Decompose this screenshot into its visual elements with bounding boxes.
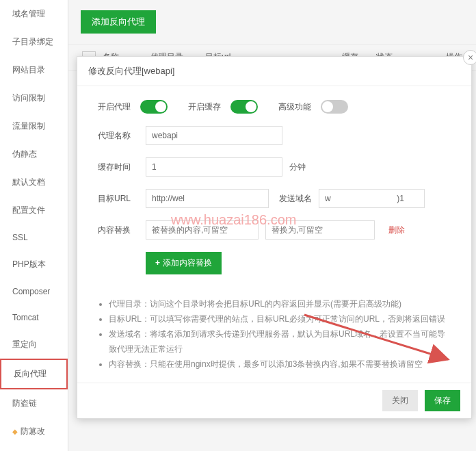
proxy-toggle-label: 开启代理 [98,101,131,113]
add-proxy-button[interactable]: 添加反向代理 [81,10,156,34]
proxy-toggle[interactable] [140,100,168,114]
cache-toggle[interactable] [230,100,258,114]
add-replace-button[interactable]: +添加内容替换 [146,252,222,274]
delete-replace-button[interactable]: 删除 [388,224,405,236]
sidebar-item-config[interactable]: 配置文件 [0,196,68,224]
sidebar-item-reverse-proxy[interactable]: 反向代理 [0,359,68,389]
sidebar-item-redirect[interactable]: 重定向 [0,331,68,359]
save-button[interactable]: 保存 [425,390,460,411]
sidebar-item-tomcat[interactable]: Tomcat [0,305,68,331]
advanced-toggle[interactable] [321,100,348,114]
target-url-label: 目标URL [98,193,146,205]
replace-from-input[interactable] [146,220,259,240]
send-domain-label: 发送域名 [279,193,312,205]
tip-item: 内容替换：只能在使用nginx时提供，最多可以添加3条替换内容,如果不需要替换请… [109,357,451,372]
tips-list: 代理目录：访问这个目录时将会把目标URL的内容返回并显示(需要开启高级功能) 目… [77,294,471,383]
name-label: 代理名称 [98,130,146,142]
tip-item: 代理目录：访问这个目录时将会把目标URL的内容返回并显示(需要开启高级功能) [109,296,451,311]
sidebar-item-subdir[interactable]: 子目录绑定 [0,28,68,56]
cache-time-input[interactable] [146,157,282,177]
close-icon[interactable]: × [463,50,476,65]
sidebar-item-scan[interactable]: 安全扫描 [0,446,68,451]
sidebar-item-php[interactable]: PHP版本 [0,250,68,279]
sidebar-item-default-doc[interactable]: 默认文档 [0,168,68,196]
replace-label: 内容替换 [98,224,146,236]
target-url-input[interactable] [146,189,269,208]
sidebar-item-traffic[interactable]: 流量限制 [0,112,68,140]
sidebar-item-access[interactable]: 访问限制 [0,84,68,112]
advanced-toggle-label: 高级功能 [278,101,311,113]
cache-time-unit: 分钟 [289,162,306,173]
edit-proxy-modal: × 修改反向代理[webapi] 开启代理 开启缓存 高级功能 代理名称 缓存时… [77,56,472,419]
cancel-button[interactable]: 关闭 [382,390,418,411]
modal-title: 修改反向代理[webapi] [77,57,471,86]
sidebar-item-tamper[interactable]: 防篡改 [0,417,68,446]
sidebar-item-rewrite[interactable]: 伪静态 [0,140,68,168]
sidebar-item-composer[interactable]: Composer [0,279,68,305]
tip-item: 发送域名：将域名添加到请求头传递到代理服务器，默认为目标URL域名，若设置不当可… [109,326,451,357]
sidebar-item-domain[interactable]: 域名管理 [0,0,68,28]
sidebar-item-ssl[interactable]: SSL [0,224,68,250]
proxy-name-input[interactable] [146,126,282,145]
tip-item: 目标URL：可以填写你需要代理的站点，目标URL必须为可正常访问的URL，否则将… [109,311,451,326]
send-domain-input[interactable] [319,189,425,208]
replace-to-input[interactable] [265,220,375,240]
sidebar: 域名管理 子目录绑定 网站目录 访问限制 流量限制 伪静态 默认文档 配置文件 … [0,0,68,451]
plus-icon: + [155,258,160,268]
cache-toggle-label: 开启缓存 [188,101,221,113]
sidebar-item-sitedir[interactable]: 网站目录 [0,56,68,84]
cache-time-label: 缓存时间 [98,162,146,173]
sidebar-item-hotlink[interactable]: 防盗链 [0,389,68,417]
